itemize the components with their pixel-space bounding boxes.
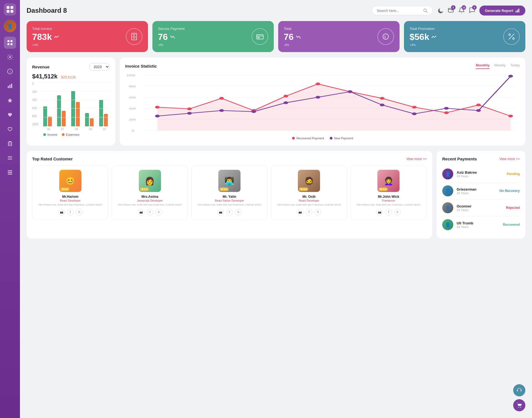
customer-address-2: 795 Folsom Ave, Suite 600 San Francisco,…: [115, 203, 185, 207]
instagram-icon[interactable]: 📷: [376, 209, 383, 216]
year-select[interactable]: 2023 2022 2021: [89, 63, 110, 71]
wallet-badge-count: 2: [451, 5, 456, 10]
generate-report-button[interactable]: Generate Report: [479, 6, 525, 16]
customer-address-1: 795 Folsom Ave, Suite 600 San Francisco,…: [35, 203, 105, 207]
sidebar-item-favorites[interactable]: [4, 94, 16, 106]
expense-bar: [62, 111, 66, 126]
svg-text:800: 800: [129, 85, 136, 88]
main-content: Dashboard 8 2: [20, 0, 532, 418]
search-input[interactable]: [377, 9, 421, 13]
twitter-icon[interactable]: 𝕏: [76, 209, 83, 216]
legend-recovered: Recovered Payment: [292, 137, 324, 140]
facebook-icon[interactable]: f: [306, 209, 312, 216]
sidebar-item-print[interactable]: [4, 137, 16, 150]
x-label: 07: [57, 128, 68, 131]
fab-support[interactable]: [513, 384, 525, 396]
svg-text:1000: 1000: [126, 74, 135, 77]
search-icon: [423, 8, 428, 13]
customer-address-3: 795 Folsom Ave, Suite 600 San Francisco,…: [194, 203, 264, 207]
bell-badge[interactable]: 12: [458, 7, 464, 14]
stat-label: Total: [284, 27, 301, 31]
svg-text:October: October: [439, 133, 453, 133]
bar-chart-area: 1000 800 600 400 200 0: [32, 82, 110, 127]
wallet-badge[interactable]: 2: [448, 7, 454, 14]
svg-rect-5: [11, 40, 12, 42]
sidebar-item-settings[interactable]: [4, 51, 16, 63]
svg-point-57: [283, 95, 288, 98]
tab-monthly[interactable]: Monthly: [476, 63, 490, 69]
twitter-icon[interactable]: 𝕏: [394, 209, 401, 216]
sidebar-item-liked[interactable]: [4, 109, 16, 121]
svg-point-73: [412, 112, 417, 115]
svg-point-58: [316, 83, 320, 85]
facebook-icon[interactable]: f: [67, 209, 74, 216]
tab-weekly[interactable]: Weekly: [494, 63, 506, 69]
sidebar-item-dashboard[interactable]: [4, 37, 16, 49]
svg-point-38: [509, 34, 510, 35]
sidebar-item-info[interactable]: i: [4, 65, 16, 78]
search-bar[interactable]: [372, 6, 433, 15]
customers-view-more[interactable]: View more >>: [406, 157, 427, 161]
recent-payments-card: Recent Payments View more >> 👤 Aziz Bakr…: [437, 151, 525, 239]
facebook-icon[interactable]: f: [226, 209, 233, 216]
bar-chart: 1000 800 600 400 200 0: [32, 82, 110, 136]
svg-rect-4: [7, 40, 9, 42]
instagram-icon[interactable]: 📷: [217, 209, 224, 216]
customer-role-2: Javascript Developer: [115, 199, 185, 202]
customer-avatar-4: 🧔 ★ 4.2: [298, 170, 320, 192]
trend-icon: [170, 35, 175, 39]
customer-role-4: React Developer: [274, 199, 344, 202]
twitter-icon[interactable]: 𝕏: [314, 209, 321, 216]
facebook-icon[interactable]: f: [147, 209, 153, 216]
svg-point-90: [520, 407, 521, 408]
svg-rect-0: [7, 6, 9, 9]
moon-icon[interactable]: [437, 7, 443, 14]
x-label: 06: [43, 128, 54, 131]
svg-point-26: [452, 10, 452, 10]
sidebar-item-menu[interactable]: [4, 152, 16, 164]
stat-card-left: Total Promotion $56k +4%: [410, 27, 436, 47]
svg-rect-30: [132, 33, 137, 40]
sidebar-logo[interactable]: [4, 3, 16, 16]
sidebar-item-list[interactable]: [4, 166, 16, 178]
instagram-icon[interactable]: 📷: [58, 209, 65, 216]
svg-point-61: [412, 106, 417, 109]
fab-cart[interactable]: [513, 399, 525, 411]
trend-icon: [54, 35, 59, 39]
instagram-icon[interactable]: 📷: [138, 209, 144, 216]
svg-point-68: [251, 110, 256, 113]
payment-item-3: 👤 Oconner 24 Years Rejected: [442, 199, 520, 216]
customer-avatar-2: 👩 ★ 4.2: [139, 170, 161, 192]
payment-age-1: 24 Years: [457, 175, 503, 178]
svg-point-8: [9, 56, 11, 58]
customer-name-3: Mr. Yatin: [194, 195, 264, 199]
instagram-icon[interactable]: 📷: [297, 209, 303, 216]
invoice-chart-header: Invoice Statistic Monthly Weekly Today: [125, 63, 520, 69]
svg-point-39: [513, 38, 514, 39]
rating-badge-5: ★ 4.2: [378, 188, 388, 191]
svg-point-69: [283, 101, 288, 104]
payment-icon: [256, 32, 264, 41]
sidebar-item-liked2[interactable]: [4, 123, 16, 135]
payments-view-more[interactable]: View more >>: [499, 157, 520, 161]
twitter-icon[interactable]: 𝕏: [235, 209, 242, 216]
stat-icon-wrap: $: [377, 28, 394, 45]
user-avatar[interactable]: 👤: [4, 20, 16, 32]
svg-rect-16: [9, 141, 11, 142]
sidebar-item-analytics[interactable]: [4, 80, 16, 92]
twitter-icon[interactable]: 𝕏: [155, 209, 162, 216]
chat-badge[interactable]: 5: [469, 7, 475, 14]
svg-text:200: 200: [129, 118, 136, 121]
tab-today[interactable]: Today: [510, 63, 520, 69]
bar-group-09: [85, 113, 96, 126]
expense-dot: [62, 133, 65, 136]
customer-socials-4: 📷 f 𝕏: [274, 209, 344, 216]
header: Dashboard 8 2: [27, 6, 525, 16]
facebook-icon[interactable]: f: [385, 209, 392, 216]
svg-text:November: November: [470, 133, 487, 133]
customer-name-4: Mr. Osib: [274, 195, 344, 199]
payment-info-2: Griezerman 24 Years: [457, 187, 496, 195]
stat-trend: -4%: [158, 43, 185, 47]
stat-label: Total Promotion: [410, 27, 436, 31]
income-bar: [99, 100, 103, 126]
